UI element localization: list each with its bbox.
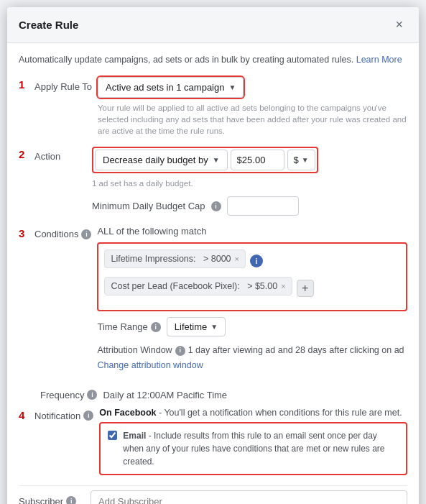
time-range-row: Time Range i Lifetime ▼ (97, 317, 407, 336)
min-budget-label: Minimum Daily Budget Cap (92, 201, 205, 211)
condition-tag-2: Cost per Lead (Facebook Pixel): > $5.00 … (104, 277, 292, 295)
apply-rule-helper: Your rule will be applied to all active … (98, 102, 407, 137)
budget-helper: 1 ad set has a daily budget. (92, 178, 407, 189)
notification-label-wrap: Notification i (34, 408, 93, 421)
on-facebook-text: On Facebook - You'll get a notification … (99, 408, 407, 418)
section-number-4: 4 (19, 409, 34, 421)
section-number-1: 1 (19, 78, 34, 91)
conditions-label-text: Conditions (34, 229, 78, 239)
email-notification-box: Email - Include results from this rule t… (99, 422, 407, 475)
conditions-label-wrap: Conditions i (34, 226, 91, 239)
frequency-label: Frequency i (40, 390, 97, 400)
notification-content: On Facebook - You'll get a notification … (99, 408, 407, 475)
condition-row-2: Cost per Lead (Facebook Pixel): > $5.00 … (104, 277, 400, 300)
conditions-all-text: ALL of the following match (97, 226, 407, 237)
time-range-label: Time Range i (97, 321, 160, 332)
apply-rule-dropdown-arrow: ▼ (228, 83, 236, 91)
section-apply-rule: 1 Apply Rule To Active ad sets in 1 camp… (19, 77, 407, 137)
attribution-label-row: Attribution Window i 1 day after viewing… (97, 344, 407, 357)
notification-info-icon[interactable]: i (83, 411, 93, 421)
action-amount-input[interactable] (231, 150, 284, 170)
intro-text: Automatically update campaigns, ad sets … (19, 53, 407, 67)
action-type-dropdown[interactable]: Decrease daily budget by ▼ (95, 150, 228, 170)
notification-label-text: Notification (34, 411, 80, 421)
condition-2-close[interactable]: × (281, 282, 285, 290)
conditions-info-icon[interactable]: i (81, 229, 91, 239)
add-condition-button[interactable]: + (297, 280, 314, 297)
action-label: Action (34, 147, 92, 162)
condition-1-tag-text: Lifetime Impressions: > 8000 (111, 254, 231, 264)
learn-more-link[interactable]: Learn More (356, 55, 402, 65)
section-number-2: 2 (19, 148, 34, 160)
condition-2-tag-text: Cost per Lead (Facebook Pixel): > $5.00 (111, 281, 277, 291)
change-attribution-link[interactable]: Change attribution window (97, 360, 203, 370)
min-budget-input[interactable] (227, 196, 299, 216)
condition-row-1: Lifetime Impressions: > 8000 × i (104, 249, 400, 272)
conditions-box: Lifetime Impressions: > 8000 × i Co (97, 242, 407, 311)
currency-dropdown-arrow: ▼ (302, 156, 309, 164)
action-wrapper: Decrease daily budget by ▼ $ ▼ (92, 147, 318, 173)
section-number-3: 3 (19, 227, 34, 239)
apply-rule-content: Active ad sets in 1 campaign ▼ Your rule… (98, 77, 407, 137)
close-button[interactable]: × (391, 16, 407, 34)
conditions-content: ALL of the following match Lifetime Impr… (97, 226, 407, 380)
section-notification: 4 Notification i On Facebook - You'll ge… (19, 408, 407, 475)
min-budget-info-icon[interactable]: i (211, 201, 221, 211)
section-action: 2 Action Decrease daily budget by ▼ $ ▼ … (19, 147, 407, 216)
frequency-info-icon[interactable]: i (87, 390, 97, 400)
action-content: Decrease daily budget by ▼ $ ▼ 1 ad set … (92, 147, 407, 216)
modal-title: Create Rule (19, 19, 78, 31)
email-notification-text: Email - Include results from this rule t… (123, 429, 399, 468)
attribution-row: Attribution Window i 1 day after viewing… (97, 344, 407, 372)
condition-1-info-btn[interactable]: i (250, 255, 263, 267)
section-conditions: 3 Conditions i ALL of the following matc… (19, 226, 407, 380)
time-range-dropdown[interactable]: Lifetime ▼ (167, 317, 226, 336)
create-rule-modal: Create Rule × Automatically update campa… (7, 7, 419, 504)
attribution-info-icon[interactable]: i (175, 346, 185, 356)
condition-tag-1: Lifetime Impressions: > 8000 × (104, 249, 246, 268)
modal-header: Create Rule × (7, 7, 419, 43)
action-dropdown-arrow: ▼ (213, 156, 220, 164)
condition-1-close[interactable]: × (235, 255, 239, 263)
subscriber-input[interactable] (91, 490, 407, 504)
apply-rule-dropdown[interactable]: Active ad sets in 1 campaign ▼ (98, 77, 244, 98)
frequency-row: Frequency i Daily at 12:00AM Pacific Tim… (19, 390, 407, 400)
modal-body: Automatically update campaigns, ad sets … (7, 43, 419, 504)
email-checkbox[interactable] (108, 431, 117, 440)
subscriber-row: Subscriber i (19, 490, 407, 504)
currency-dropdown[interactable]: $ ▼ (287, 150, 315, 170)
subscriber-label: Subscriber i (19, 496, 83, 504)
time-range-info-icon[interactable]: i (151, 322, 161, 332)
apply-rule-label: Apply Rule To (34, 77, 98, 92)
subscriber-info-icon[interactable]: i (66, 496, 76, 504)
budget-cap-row: Minimum Daily Budget Cap i (92, 196, 407, 216)
frequency-value: Daily at 12:00AM Pacific Time (103, 390, 227, 400)
time-range-dropdown-arrow: ▼ (210, 323, 218, 331)
